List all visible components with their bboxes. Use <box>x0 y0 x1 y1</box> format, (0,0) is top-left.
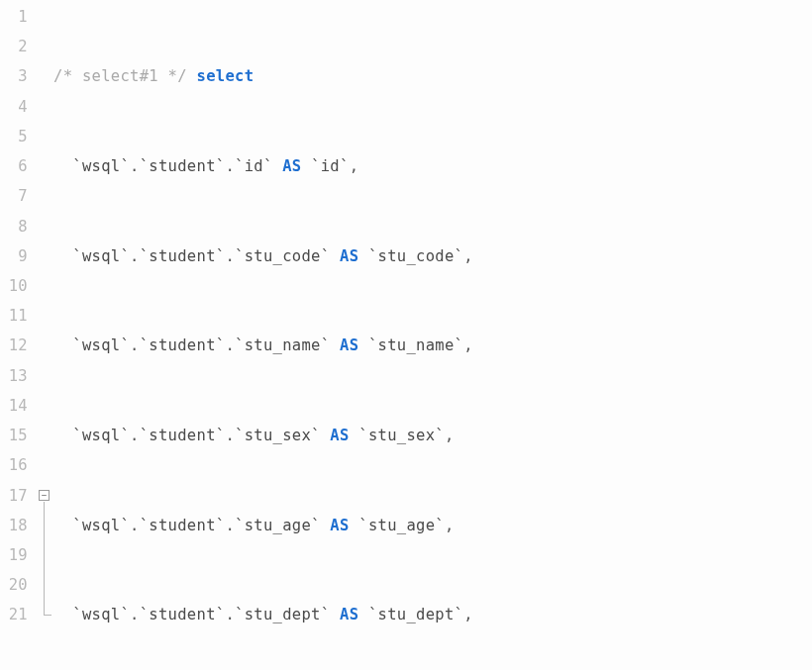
comma: , <box>445 517 455 534</box>
line-number: 19 <box>0 540 28 570</box>
identifier: `wsql` <box>72 606 130 623</box>
alias: `stu_code` <box>368 247 463 265</box>
line-number: 20 <box>0 570 28 600</box>
comment-token: /* select#1 */ <box>53 67 187 85</box>
fold-toggle-icon[interactable]: − <box>39 490 50 501</box>
line-number: 11 <box>0 301 28 331</box>
dot: . <box>225 427 235 444</box>
keyword-as: AS <box>330 517 349 534</box>
identifier: `student` <box>140 606 226 623</box>
comma: , <box>445 427 455 444</box>
alias: `id` <box>311 157 350 175</box>
line-number: 12 <box>0 331 28 360</box>
line-number: 8 <box>0 212 28 241</box>
identifier: `stu_sex` <box>235 427 321 444</box>
identifier: `wsql` <box>72 157 130 175</box>
dot: . <box>130 157 140 175</box>
line-number: 5 <box>0 122 28 151</box>
alias: `stu_age` <box>358 517 445 534</box>
code-line[interactable]: `wsql`.`student`.`stu_dept` AS `stu_dept… <box>53 600 812 629</box>
keyword-as: AS <box>340 606 358 623</box>
indent <box>53 336 72 354</box>
keyword-as: AS <box>340 336 358 354</box>
line-number: 2 <box>0 32 28 61</box>
line-number: 18 <box>0 511 28 540</box>
line-number: 17 <box>0 481 28 511</box>
line-number: 15 <box>0 421 28 450</box>
dot: . <box>225 157 235 175</box>
code-line[interactable]: `wsql`.`student`.`stu_sex` AS `stu_sex`, <box>53 421 812 450</box>
line-number: 13 <box>0 361 28 391</box>
code-area[interactable]: /* select#1 */ select `wsql`.`student`.`… <box>53 0 812 670</box>
keyword-as: AS <box>330 427 349 444</box>
code-line[interactable]: `wsql`.`student`.`stu_age` AS `stu_age`, <box>53 511 812 540</box>
identifier: `wsql` <box>72 427 130 444</box>
keyword-select: select <box>197 67 254 85</box>
dot: . <box>130 427 140 444</box>
identifier: `student` <box>140 247 226 265</box>
code-editor[interactable]: 123456789101112131415161718192021 − /* s… <box>0 0 812 670</box>
keyword-as: AS <box>340 247 358 265</box>
dot: . <box>130 517 140 534</box>
dot: . <box>225 517 235 534</box>
indent <box>53 427 72 444</box>
code-line[interactable]: /* select#1 */ select <box>53 61 812 91</box>
identifier: `stu_age` <box>235 517 321 534</box>
indent <box>53 157 72 175</box>
fold-guide-end <box>44 615 51 616</box>
dot: . <box>130 247 140 265</box>
line-number: 21 <box>0 600 28 629</box>
alias: `stu_dept` <box>368 606 463 623</box>
keyword-as: AS <box>282 157 301 175</box>
code-line[interactable]: `wsql`.`student`.`id` AS `id`, <box>53 151 812 181</box>
indent <box>53 606 72 623</box>
code-line[interactable]: `wsql`.`student`.`stu_code` AS `stu_code… <box>53 241 812 271</box>
line-number: 4 <box>0 92 28 122</box>
dot: . <box>225 247 235 265</box>
line-number: 10 <box>0 271 28 301</box>
indent <box>53 247 72 265</box>
line-number: 7 <box>0 181 28 211</box>
comma: , <box>463 606 473 623</box>
line-number: 6 <box>0 151 28 181</box>
dot: . <box>130 606 140 623</box>
line-number: 9 <box>0 241 28 271</box>
fold-guide <box>44 502 45 616</box>
identifier: `student` <box>140 427 226 444</box>
identifier: `id` <box>235 157 273 175</box>
alias: `stu_name` <box>368 336 463 354</box>
comma: , <box>463 336 473 354</box>
identifier: `stu_dept` <box>235 606 330 623</box>
code-line[interactable]: `wsql`.`student`.`stu_name` AS `stu_name… <box>53 331 812 360</box>
alias: `stu_sex` <box>358 427 445 444</box>
identifier: `stu_code` <box>235 247 330 265</box>
line-number: 1 <box>0 2 28 32</box>
line-number-gutter: 123456789101112131415161718192021 <box>0 0 38 670</box>
line-number: 14 <box>0 391 28 421</box>
identifier: `wsql` <box>72 517 130 534</box>
identifier: `student` <box>140 517 226 534</box>
identifier: `stu_name` <box>235 336 330 354</box>
indent <box>53 517 72 534</box>
identifier: `student` <box>140 157 226 175</box>
dot: . <box>130 336 140 354</box>
line-number: 3 <box>0 61 28 91</box>
dot: . <box>225 336 235 354</box>
comma: , <box>350 157 359 175</box>
dot: . <box>225 606 235 623</box>
fold-column: − <box>38 0 53 670</box>
identifier: `wsql` <box>72 247 130 265</box>
identifier: `wsql` <box>72 336 130 354</box>
line-number: 16 <box>0 450 28 480</box>
identifier: `student` <box>140 336 226 354</box>
comma: , <box>463 247 473 265</box>
